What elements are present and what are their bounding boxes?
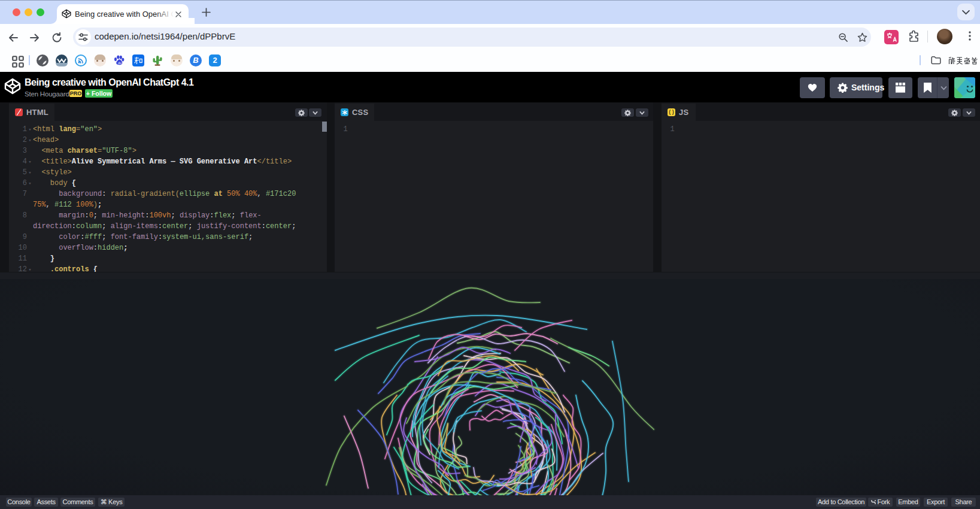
svg-text:du: du	[118, 61, 122, 65]
